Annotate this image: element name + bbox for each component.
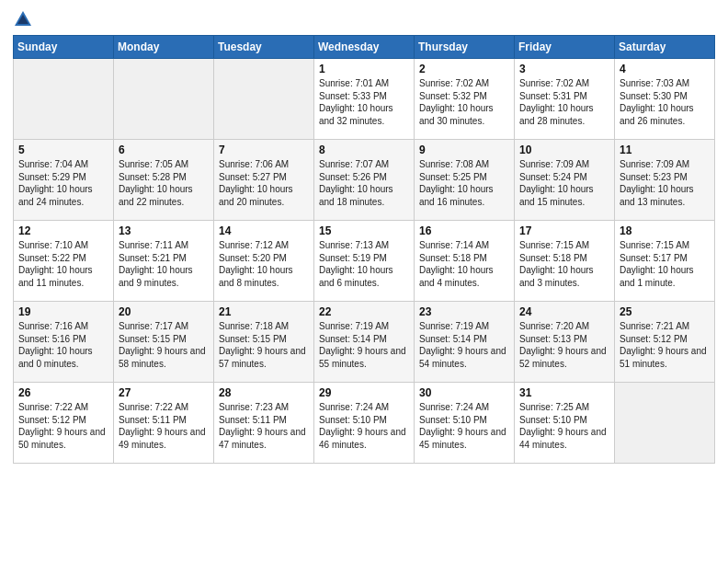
weekday-header-tuesday: Tuesday [214, 36, 314, 59]
weekday-header-wednesday: Wednesday [314, 36, 415, 59]
day-info: Sunrise: 7:14 AM Sunset: 5:18 PM Dayligh… [419, 239, 509, 289]
day-number: 12 [18, 224, 108, 237]
day-info: Sunrise: 7:08 AM Sunset: 5:25 PM Dayligh… [419, 158, 509, 208]
day-number: 14 [219, 224, 309, 237]
day-info: Sunrise: 7:01 AM Sunset: 5:33 PM Dayligh… [319, 77, 409, 127]
day-info: Sunrise: 7:25 AM Sunset: 5:10 PM Dayligh… [519, 401, 609, 451]
day-number: 31 [519, 386, 609, 399]
day-cell: 19Sunrise: 7:16 AM Sunset: 5:16 PM Dayli… [14, 302, 114, 383]
day-info: Sunrise: 7:06 AM Sunset: 5:27 PM Dayligh… [219, 158, 309, 208]
day-cell: 21Sunrise: 7:18 AM Sunset: 5:15 PM Dayli… [214, 302, 314, 383]
day-cell: 16Sunrise: 7:14 AM Sunset: 5:18 PM Dayli… [415, 221, 515, 302]
day-number: 6 [119, 144, 209, 156]
week-row-1: 1Sunrise: 7:01 AM Sunset: 5:33 PM Daylig… [14, 59, 715, 140]
day-cell: 23Sunrise: 7:19 AM Sunset: 5:14 PM Dayli… [415, 302, 515, 383]
day-info: Sunrise: 7:22 AM Sunset: 5:12 PM Dayligh… [18, 401, 108, 451]
day-info: Sunrise: 7:02 AM Sunset: 5:31 PM Dayligh… [519, 77, 609, 127]
day-number: 5 [18, 144, 108, 156]
day-info: Sunrise: 7:05 AM Sunset: 5:28 PM Dayligh… [119, 158, 209, 208]
day-cell: 8Sunrise: 7:07 AM Sunset: 5:26 PM Daylig… [314, 140, 415, 221]
day-cell: 11Sunrise: 7:09 AM Sunset: 5:23 PM Dayli… [615, 140, 715, 221]
day-cell: 13Sunrise: 7:11 AM Sunset: 5:21 PM Dayli… [114, 221, 214, 302]
day-info: Sunrise: 7:07 AM Sunset: 5:26 PM Dayligh… [319, 158, 409, 208]
day-number: 3 [519, 63, 609, 75]
day-info: Sunrise: 7:19 AM Sunset: 5:14 PM Dayligh… [319, 320, 409, 370]
day-info: Sunrise: 7:24 AM Sunset: 5:10 PM Dayligh… [319, 401, 409, 451]
day-cell: 25Sunrise: 7:21 AM Sunset: 5:12 PM Dayli… [615, 302, 715, 383]
day-cell: 24Sunrise: 7:20 AM Sunset: 5:13 PM Dayli… [515, 302, 615, 383]
day-cell: 12Sunrise: 7:10 AM Sunset: 5:22 PM Dayli… [14, 221, 114, 302]
day-cell: 3Sunrise: 7:02 AM Sunset: 5:31 PM Daylig… [515, 59, 615, 140]
day-info: Sunrise: 7:15 AM Sunset: 5:17 PM Dayligh… [620, 239, 710, 289]
day-number: 27 [119, 386, 209, 399]
day-info: Sunrise: 7:02 AM Sunset: 5:32 PM Dayligh… [419, 77, 509, 127]
week-row-4: 19Sunrise: 7:16 AM Sunset: 5:16 PM Dayli… [14, 302, 715, 383]
day-cell: 6Sunrise: 7:05 AM Sunset: 5:28 PM Daylig… [114, 140, 214, 221]
weekday-header-thursday: Thursday [415, 36, 515, 59]
day-number: 8 [319, 144, 409, 156]
week-row-3: 12Sunrise: 7:10 AM Sunset: 5:22 PM Dayli… [14, 221, 715, 302]
day-number: 17 [519, 224, 609, 237]
day-number: 2 [419, 63, 509, 75]
day-cell [114, 59, 214, 140]
day-info: Sunrise: 7:21 AM Sunset: 5:12 PM Dayligh… [620, 320, 710, 370]
day-cell: 28Sunrise: 7:23 AM Sunset: 5:11 PM Dayli… [214, 383, 314, 464]
day-cell: 1Sunrise: 7:01 AM Sunset: 5:33 PM Daylig… [314, 59, 415, 140]
day-cell: 4Sunrise: 7:03 AM Sunset: 5:30 PM Daylig… [615, 59, 715, 140]
day-number: 20 [119, 305, 209, 318]
day-number: 1 [319, 63, 409, 75]
day-number: 28 [219, 386, 309, 399]
day-number: 13 [119, 224, 209, 237]
day-cell [14, 59, 114, 140]
day-info: Sunrise: 7:03 AM Sunset: 5:30 PM Dayligh… [620, 77, 710, 127]
day-cell [615, 383, 715, 464]
day-cell: 18Sunrise: 7:15 AM Sunset: 5:17 PM Dayli… [615, 221, 715, 302]
weekday-header-row: SundayMondayTuesdayWednesdayThursdayFrid… [14, 36, 715, 59]
day-number: 30 [419, 386, 509, 399]
day-cell: 14Sunrise: 7:12 AM Sunset: 5:20 PM Dayli… [214, 221, 314, 302]
week-row-2: 5Sunrise: 7:04 AM Sunset: 5:29 PM Daylig… [14, 140, 715, 221]
day-cell: 20Sunrise: 7:17 AM Sunset: 5:15 PM Dayli… [114, 302, 214, 383]
day-number: 24 [519, 305, 609, 318]
day-info: Sunrise: 7:13 AM Sunset: 5:19 PM Dayligh… [319, 239, 409, 289]
day-cell [214, 59, 314, 140]
day-number: 16 [419, 224, 509, 237]
day-info: Sunrise: 7:10 AM Sunset: 5:22 PM Dayligh… [18, 239, 108, 289]
day-cell: 31Sunrise: 7:25 AM Sunset: 5:10 PM Dayli… [515, 383, 615, 464]
day-info: Sunrise: 7:04 AM Sunset: 5:29 PM Dayligh… [18, 158, 108, 208]
day-number: 9 [419, 144, 509, 156]
week-row-5: 26Sunrise: 7:22 AM Sunset: 5:12 PM Dayli… [14, 383, 715, 464]
day-number: 18 [620, 224, 710, 237]
day-info: Sunrise: 7:11 AM Sunset: 5:21 PM Dayligh… [119, 239, 209, 289]
day-info: Sunrise: 7:17 AM Sunset: 5:15 PM Dayligh… [119, 320, 209, 370]
day-cell: 15Sunrise: 7:13 AM Sunset: 5:19 PM Dayli… [314, 221, 415, 302]
day-cell: 5Sunrise: 7:04 AM Sunset: 5:29 PM Daylig… [14, 140, 114, 221]
day-cell: 30Sunrise: 7:24 AM Sunset: 5:10 PM Dayli… [415, 383, 515, 464]
page: SundayMondayTuesdayWednesdayThursdayFrid… [0, 0, 728, 563]
day-number: 22 [319, 305, 409, 318]
weekday-header-friday: Friday [515, 36, 615, 59]
day-cell: 27Sunrise: 7:22 AM Sunset: 5:11 PM Dayli… [114, 383, 214, 464]
day-number: 11 [620, 144, 710, 156]
day-info: Sunrise: 7:24 AM Sunset: 5:10 PM Dayligh… [419, 401, 509, 451]
day-number: 4 [620, 63, 710, 75]
day-number: 19 [18, 305, 108, 318]
calendar-table: SundayMondayTuesdayWednesdayThursdayFrid… [13, 35, 715, 464]
weekday-header-sunday: Sunday [14, 36, 114, 59]
day-number: 15 [319, 224, 409, 237]
day-cell: 22Sunrise: 7:19 AM Sunset: 5:14 PM Dayli… [314, 302, 415, 383]
day-info: Sunrise: 7:09 AM Sunset: 5:23 PM Dayligh… [620, 158, 710, 208]
day-number: 23 [419, 305, 509, 318]
day-cell: 2Sunrise: 7:02 AM Sunset: 5:32 PM Daylig… [415, 59, 515, 140]
day-number: 25 [620, 305, 710, 318]
day-cell: 10Sunrise: 7:09 AM Sunset: 5:24 PM Dayli… [515, 140, 615, 221]
day-info: Sunrise: 7:23 AM Sunset: 5:11 PM Dayligh… [219, 401, 309, 451]
day-info: Sunrise: 7:22 AM Sunset: 5:11 PM Dayligh… [119, 401, 209, 451]
logo-icon [13, 9, 33, 29]
weekday-header-monday: Monday [114, 36, 214, 59]
logo [13, 9, 37, 29]
weekday-header-saturday: Saturday [615, 36, 715, 59]
day-info: Sunrise: 7:09 AM Sunset: 5:24 PM Dayligh… [519, 158, 609, 208]
day-info: Sunrise: 7:16 AM Sunset: 5:16 PM Dayligh… [18, 320, 108, 370]
day-info: Sunrise: 7:20 AM Sunset: 5:13 PM Dayligh… [519, 320, 609, 370]
